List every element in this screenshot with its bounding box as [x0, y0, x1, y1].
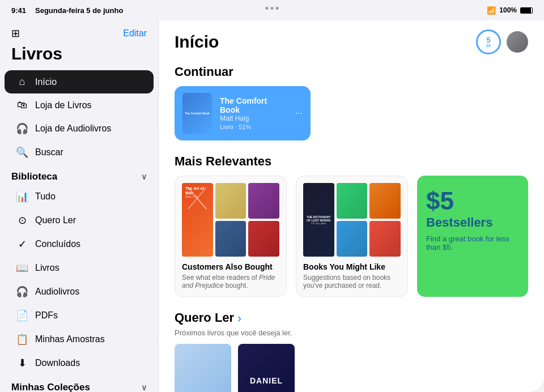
quero-ler-arrow-icon[interactable]: ›: [237, 312, 241, 325]
mini-cover-b5: [369, 221, 401, 257]
reading-goal-divider: 20: [486, 44, 491, 48]
quero-ler-books: YOU COULD DANIEL: [175, 344, 528, 392]
card-bestsellers[interactable]: $5 Bestsellers Find a great book for les…: [417, 176, 528, 297]
quero-book-1[interactable]: YOU COULD: [175, 344, 231, 392]
continue-book-type: Livro: [220, 123, 233, 130]
comfort-book-cover: The Comfort Book: [182, 93, 212, 134]
continue-book-meta: Livro · 51%: [220, 123, 287, 130]
sidebar: ⊞ Editar Livros ⌂ Início 🛍 Loja de Livro…: [0, 20, 159, 392]
sidebar-item-loja-audiolivros-label: Loja de Audiolivros: [35, 123, 111, 134]
continue-card[interactable]: The Comfort Book The Comfort Book Matt H…: [175, 86, 311, 140]
mini-cover-b2: [337, 183, 368, 219]
mais-relevantes-title: Mais Relevantes: [175, 154, 528, 169]
sidebar-item-concluidos-label: Concluídos: [35, 239, 80, 249]
sidebar-item-buscar-label: Buscar: [35, 147, 63, 157]
wifi-icon: 📶: [487, 6, 496, 15]
sidebar-item-tudo[interactable]: 📊 Tudo: [5, 185, 154, 208]
sidebar-item-loja-audiolivros[interactable]: 🎧 Loja de Audiolivros: [5, 117, 154, 140]
sidebar-item-pdfs-label: PDFs: [35, 310, 58, 321]
all-icon: 📊: [16, 190, 28, 203]
battery-indicator: [520, 7, 533, 14]
sidebar-item-minhas-amostras-label: Minhas Amostras: [35, 334, 105, 344]
status-date: Segunda-feira 5 de junho: [35, 6, 123, 15]
main-title: Início: [175, 32, 219, 52]
mini-cover-dictionary: THE DICTIONARY OF LOST WORDS PIP WILLIAM…: [303, 183, 334, 257]
card-books-you-like[interactable]: THE DICTIONARY OF LOST WORDS PIP WILLIAM…: [296, 176, 408, 297]
quero-ler-section: Quero Ler › Próximos livros que você des…: [175, 310, 528, 392]
audiobook-store-icon: 🎧: [16, 122, 28, 135]
edit-button[interactable]: Editar: [123, 28, 147, 39]
sidebar-item-quero-ler[interactable]: ⊙ Quero Ler: [5, 208, 154, 232]
mais-relevantes-section: Mais Relevantes The Art of War Sun Tzu: [175, 154, 528, 297]
status-right: 📶 100%: [487, 6, 533, 15]
quero-ler-subtitle: Próximos livros que você deseja ler.: [175, 329, 528, 337]
continue-more-icon[interactable]: ···: [295, 108, 303, 118]
pdfs-icon: 📄: [16, 309, 28, 322]
status-time: 9:41: [11, 6, 26, 15]
main-content: Início 5 20 Continuar The Comfort Book: [159, 20, 544, 392]
continue-section: Continuar The Comfort Book The Comfort B…: [175, 65, 528, 140]
mini-cover-3: [248, 183, 279, 219]
mini-cover-5: [248, 221, 279, 257]
continue-title: Continuar: [175, 65, 528, 79]
samples-icon: 📋: [16, 333, 28, 346]
sidebar-item-audiolivros-label: Audiolivros: [35, 287, 79, 297]
sidebar-item-downloads[interactable]: ⬇ Downloads: [5, 351, 154, 375]
minhas-colecoes-section[interactable]: Minhas Coleções ∨: [0, 375, 158, 392]
quero-book-2[interactable]: DANIEL: [238, 344, 295, 392]
mini-cover-art-of-war: The Art of War Sun Tzu: [182, 183, 213, 257]
bookstore-icon: 🛍: [16, 99, 28, 111]
dot-3: [276, 7, 279, 10]
card-customers-bought[interactable]: The Art of War Sun Tzu: [175, 176, 287, 297]
sidebar-item-livros-label: Livros: [35, 263, 60, 273]
card-2-subtitle: Books You Might Like: [303, 262, 401, 271]
mini-cover-4: [215, 221, 246, 257]
quero-ler-header: Quero Ler ›: [175, 310, 528, 325]
biblioteca-chevron: ∨: [141, 172, 147, 181]
sidebar-item-loja-livros[interactable]: 🛍 Loja de Livros: [5, 93, 154, 117]
sidebar-item-quero-ler-label: Quero Ler: [35, 215, 76, 225]
sidebar-item-inicio-label: Início: [35, 77, 57, 87]
dot-1: [266, 7, 269, 10]
battery-icon: 100%: [499, 6, 517, 14]
dot-2: [271, 7, 274, 10]
completed-icon: ✓: [16, 238, 28, 250]
continue-info: The Comfort Book Matt Haig Livro · 51%: [220, 96, 287, 130]
avatar[interactable]: [507, 31, 528, 53]
biblioteca-items: 📊 Tudo ⊙ Quero Ler ✓ Concluídos 📖 Livros…: [0, 185, 158, 375]
mini-cover-b3: [369, 183, 401, 219]
covers-grid-2: THE DICTIONARY OF LOST WORDS PIP WILLIAM…: [303, 183, 401, 257]
app-container: ⊞ Editar Livros ⌂ Início 🛍 Loja de Livro…: [0, 20, 544, 392]
sidebar-item-tudo-label: Tudo: [35, 191, 56, 202]
status-bar: 9:41 Segunda-feira 5 de junho 📶 100%: [0, 0, 544, 20]
sidebar-item-inicio[interactable]: ⌂ Início: [5, 70, 154, 93]
card-1-desc: See what else readers of Pride and Preju…: [182, 274, 279, 289]
continue-book-progress: 51%: [239, 123, 251, 130]
sidebar-item-concluidos[interactable]: ✓ Concluídos: [5, 232, 154, 256]
bestsellers-content: $5 Bestsellers Find a great book for les…: [424, 182, 521, 256]
search-icon: 🔍: [16, 146, 28, 159]
sidebar-nav-items: ⌂ Início 🛍 Loja de Livros 🎧 Loja de Audi…: [0, 70, 158, 164]
card-1-subtitle: Customers Also Bought: [182, 262, 279, 271]
sidebar-item-livros[interactable]: 📖 Livros: [5, 256, 154, 280]
sidebar-item-downloads-label: Downloads: [35, 358, 80, 368]
mini-cover-b4: [337, 221, 368, 257]
main-header: Início 5 20: [175, 29, 528, 54]
mini-cover-2: [215, 183, 246, 219]
sidebar-item-audiolivros[interactable]: 🎧 Audiolivros: [5, 280, 154, 304]
reading-goal-badge[interactable]: 5 20: [476, 29, 501, 54]
audiobooks-icon: 🎧: [16, 286, 28, 298]
quero-ler-title: Quero Ler: [175, 310, 234, 325]
sidebar-header: ⊞ Editar: [0, 20, 158, 44]
continue-book-author: Matt Haig: [220, 114, 287, 122]
biblioteca-section[interactable]: Biblioteca ∨: [0, 164, 158, 185]
biblioteca-label: Biblioteca: [11, 171, 57, 182]
downloads-icon: ⬇: [16, 357, 28, 369]
sidebar-toggle-icon[interactable]: ⊞: [11, 27, 20, 40]
sidebar-item-buscar[interactable]: 🔍 Buscar: [5, 140, 154, 164]
reading-goal-number: 5: [486, 36, 490, 44]
header-icons: 5 20: [476, 29, 528, 54]
card-2-desc: Suggestions based on books you've purcha…: [303, 274, 401, 289]
sidebar-item-minhas-amostras[interactable]: 📋 Minhas Amostras: [5, 327, 154, 351]
sidebar-item-pdfs[interactable]: 📄 PDFs: [5, 304, 154, 327]
